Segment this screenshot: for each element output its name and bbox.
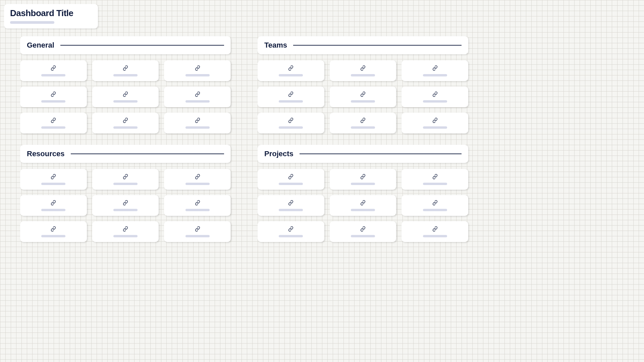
- link-label-placeholder: [279, 183, 303, 185]
- link-label-placeholder: [113, 74, 138, 76]
- link-card[interactable]: [20, 221, 87, 242]
- link-card[interactable]: [164, 169, 231, 190]
- link-label-placeholder: [351, 183, 375, 185]
- section-general: General: [20, 36, 231, 133]
- link-card[interactable]: [92, 221, 159, 242]
- link-label-placeholder: [351, 126, 375, 129]
- link-label-placeholder: [279, 126, 303, 129]
- link-icon: [123, 174, 128, 179]
- link-card[interactable]: [330, 113, 396, 133]
- link-icon: [288, 92, 293, 97]
- link-label-placeholder: [113, 126, 138, 129]
- link-card[interactable]: [20, 113, 87, 133]
- link-card[interactable]: [258, 86, 324, 107]
- link-card[interactable]: [330, 195, 396, 216]
- link-label-placeholder: [423, 100, 447, 103]
- dashboard-title: Dashboard Title: [10, 8, 89, 18]
- link-card[interactable]: [401, 113, 468, 133]
- link-icon: [432, 226, 438, 232]
- section-header: Teams: [258, 36, 468, 54]
- link-label-placeholder: [423, 209, 447, 211]
- link-icon: [360, 226, 366, 232]
- link-label-placeholder: [41, 209, 65, 211]
- link-card[interactable]: [20, 195, 87, 216]
- link-card[interactable]: [258, 169, 324, 190]
- link-label-placeholder: [113, 183, 138, 185]
- link-icon: [432, 65, 438, 71]
- link-card[interactable]: [401, 169, 468, 190]
- link-card[interactable]: [258, 195, 324, 216]
- link-label-placeholder: [113, 209, 138, 211]
- link-card[interactable]: [92, 113, 159, 133]
- link-icon: [288, 65, 293, 71]
- link-label-placeholder: [279, 74, 303, 76]
- link-icon: [195, 200, 200, 205]
- link-card[interactable]: [92, 60, 159, 81]
- section-title: Projects: [264, 149, 293, 158]
- link-card[interactable]: [164, 195, 231, 216]
- section-header: Resources: [20, 145, 231, 163]
- link-label-placeholder: [351, 235, 375, 237]
- section-title: Teams: [264, 41, 287, 50]
- link-label-placeholder: [279, 100, 303, 103]
- link-card[interactable]: [164, 86, 231, 107]
- link-label-placeholder: [185, 209, 210, 211]
- link-card[interactable]: [258, 113, 324, 133]
- dashboard-title-card: Dashboard Title: [4, 4, 98, 28]
- link-card[interactable]: [330, 60, 396, 81]
- link-label-placeholder: [423, 235, 447, 237]
- link-icon: [288, 118, 293, 123]
- link-label-placeholder: [351, 74, 375, 76]
- link-icon: [195, 118, 200, 123]
- link-icon: [360, 92, 366, 97]
- link-icon: [51, 118, 56, 123]
- link-icon: [123, 226, 128, 232]
- section-title: Resources: [27, 149, 65, 158]
- link-card[interactable]: [401, 86, 468, 107]
- link-icon: [51, 174, 56, 179]
- link-icon: [360, 65, 366, 71]
- link-label-placeholder: [423, 74, 447, 76]
- sections-grid: GeneralTeamsResourcesProjects: [20, 36, 468, 242]
- section-teams: Teams: [258, 36, 468, 133]
- link-label-placeholder: [41, 100, 65, 103]
- link-card[interactable]: [330, 86, 396, 107]
- link-label-placeholder: [279, 235, 303, 237]
- link-label-placeholder: [41, 235, 65, 237]
- link-icon: [288, 200, 293, 205]
- link-card[interactable]: [164, 60, 231, 81]
- link-label-placeholder: [279, 209, 303, 211]
- link-icon: [432, 200, 438, 205]
- link-card[interactable]: [20, 169, 87, 190]
- link-card[interactable]: [92, 86, 159, 107]
- link-card[interactable]: [92, 195, 159, 216]
- link-label-placeholder: [423, 183, 447, 185]
- link-card[interactable]: [401, 60, 468, 81]
- card-grid: [258, 169, 468, 242]
- link-icon: [51, 200, 56, 205]
- section-rule: [71, 154, 224, 154]
- link-label-placeholder: [41, 183, 65, 185]
- link-card[interactable]: [401, 221, 468, 242]
- link-icon: [51, 65, 56, 71]
- link-card[interactable]: [258, 60, 324, 81]
- link-icon: [123, 200, 128, 205]
- card-grid: [20, 60, 231, 133]
- card-grid: [20, 169, 231, 242]
- link-label-placeholder: [41, 126, 65, 129]
- link-card[interactable]: [330, 221, 396, 242]
- link-icon: [51, 92, 56, 97]
- link-card[interactable]: [20, 86, 87, 107]
- section-header: General: [20, 36, 231, 54]
- link-icon: [123, 118, 128, 123]
- link-label-placeholder: [41, 74, 65, 76]
- link-card[interactable]: [164, 113, 231, 133]
- link-card[interactable]: [401, 195, 468, 216]
- link-card[interactable]: [258, 221, 324, 242]
- link-card[interactable]: [92, 169, 159, 190]
- link-card[interactable]: [330, 169, 396, 190]
- link-icon: [195, 226, 200, 232]
- link-icon: [195, 65, 200, 71]
- link-card[interactable]: [164, 221, 231, 242]
- link-card[interactable]: [20, 60, 87, 81]
